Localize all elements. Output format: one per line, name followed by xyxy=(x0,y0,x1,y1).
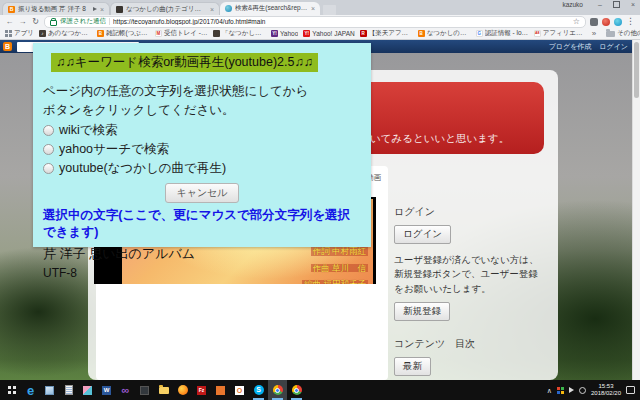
tray-status-icon[interactable] xyxy=(579,387,586,394)
contents-heading: コンテンツ 目次 xyxy=(394,337,546,351)
bookmark-item[interactable]: ♪ あのなつかしの曲♪♪♪ xyxy=(39,29,92,38)
navbar-login-link[interactable]: ログイン xyxy=(599,42,628,52)
audio-speaker-icon xyxy=(93,7,97,11)
scrollbar-thumb[interactable] xyxy=(634,42,639,98)
extension-icon[interactable] xyxy=(614,18,622,26)
maximize-button[interactable] xyxy=(613,1,620,8)
folder-icon xyxy=(606,31,615,37)
secure-lock-icon[interactable] xyxy=(50,20,57,26)
bookmark-rakuten[interactable]: R 【楽天アフィリエイト】- xyxy=(360,29,413,38)
dark-app-icon[interactable] xyxy=(135,380,154,400)
photos-icon[interactable] xyxy=(78,380,97,400)
notepad-icon[interactable] xyxy=(59,380,78,400)
rakuten-favicon: R xyxy=(360,30,367,37)
system-tray: ∧ 15:53 2018/02/20 xyxy=(547,383,638,398)
selected-text[interactable]: 芹 洋子 思い出のアルバム xyxy=(43,245,361,263)
create-blog-link[interactable]: ブログを作成 xyxy=(549,42,592,52)
minimize-button[interactable]: – xyxy=(598,1,602,8)
tab-1[interactable]: B 振り返る動画 芹 洋子 8 × xyxy=(2,2,110,15)
radio-button[interactable] xyxy=(43,144,54,155)
chrome-secondary-icon[interactable] xyxy=(287,380,306,400)
webpage: B ブログを作成 ログイン いてみるといいと思います。 ▶ ◀ ▶▶ ◀◀ オフ… xyxy=(0,40,640,380)
option-youtube[interactable]: youtube(なつかしの曲で再生) xyxy=(43,160,361,177)
window-caption: kazuko – × xyxy=(562,1,635,8)
yahoo-japan-favicon: Y! xyxy=(303,30,310,37)
volume-icon[interactable] xyxy=(569,387,574,393)
keyword-search-popup: ♫♫キーワード検索or動画再生(youtube)2.5♫♫ ページ内の任意の文字… xyxy=(33,43,371,247)
firefox-icon[interactable] xyxy=(173,380,192,400)
tab-strip: B 振り返る動画 芹 洋子 8 × なつかしの曲(カテゴリーリスト) × 検索&… xyxy=(0,0,640,15)
profile-name[interactable]: kazuko xyxy=(562,1,583,8)
bookmarks-bar: アプリ ♪ あのなつかしの曲♪♪♪ B 雑記帳(つぶやき)・ジ M 受信トレイ … xyxy=(0,28,640,40)
refresh-button[interactable]: ↻ xyxy=(31,18,40,26)
option-wiki[interactable]: wikiで検索 xyxy=(43,122,361,139)
edge-icon[interactable]: e xyxy=(21,380,40,400)
yahoo-favicon: Y! xyxy=(271,30,278,37)
3d-builder-icon[interactable] xyxy=(40,380,59,400)
bookmark-item[interactable]: B なつかしの曲ブログク xyxy=(418,29,471,38)
action-center-icon[interactable] xyxy=(626,386,635,394)
bookmarks-overflow-chevron[interactable]: » xyxy=(592,29,596,38)
forward-button[interactable]: → xyxy=(18,18,27,26)
bookmark-localhost[interactable]: G 認証情報 - localhost xyxy=(476,29,529,38)
start-button[interactable] xyxy=(2,380,21,400)
security-label[interactable]: 保護された通信 xyxy=(60,17,106,26)
outlook-icon[interactable]: O xyxy=(230,380,249,400)
tab-title: 検索&再生(search&repl… xyxy=(235,4,308,13)
radio-button[interactable] xyxy=(43,163,54,174)
blogger-favicon: B xyxy=(97,30,104,37)
browser-toolbar: ← → ↻ 保護された通信 https://tecoyanufo.blogspo… xyxy=(0,15,640,28)
bookmark-gmail[interactable]: M 受信トレイ - tecoyanu xyxy=(155,29,208,38)
bookmark-yahoo-japan[interactable]: Y! Yahoo! JAPAN xyxy=(303,30,354,37)
popup-instruction-line1: ページ内の任意の文字列を選択状態にしてから xyxy=(43,82,361,101)
bookmark-yahoo[interactable]: Y! Yahoo xyxy=(271,30,298,37)
selection-note: 選択中の文字(ここで、更にマウスで部分文字列を選択できます) xyxy=(43,207,361,241)
page-scrollbar[interactable] xyxy=(632,40,640,380)
tray-expand-chevron[interactable]: ∧ xyxy=(547,387,552,394)
latest-button[interactable]: 最新 xyxy=(394,357,431,376)
popup-instruction-line2: ボタンをクリックしてください。 xyxy=(43,101,361,120)
bookmark-apps[interactable]: アプリ xyxy=(5,29,34,38)
site-favicon xyxy=(225,5,232,12)
tab-close-icon[interactable]: × xyxy=(210,6,214,13)
tab-title: 振り返る動画 芹 洋子 8 xyxy=(18,5,90,14)
orange-app-icon[interactable] xyxy=(211,380,230,400)
url-text[interactable]: https://tecoyanufo.blogspot.jp/2017/04/u… xyxy=(113,18,570,25)
extension-icon[interactable] xyxy=(602,18,610,26)
new-tab-button[interactable] xyxy=(323,5,336,15)
radio-button[interactable] xyxy=(43,125,54,136)
tab-2[interactable]: なつかしの曲(カテゴリーリスト) × xyxy=(110,2,220,15)
word-icon[interactable]: W xyxy=(97,380,116,400)
option-yahoo-search[interactable]: yahooサーチで検索 xyxy=(43,141,361,158)
extension-icon[interactable] xyxy=(590,18,598,26)
taskbar-clock[interactable]: 15:53 2018/02/20 xyxy=(591,383,621,398)
other-bookmarks[interactable]: その他のブックマーク xyxy=(606,29,640,38)
site-favicon xyxy=(116,6,123,13)
chrome-menu-icon[interactable]: ⋮ xyxy=(626,17,635,26)
close-button[interactable]: × xyxy=(631,1,635,8)
chrome-icon[interactable] xyxy=(268,380,287,400)
register-note: ユーザ登録が済んでいない方は、新規登録ボタンで、ユーザー登録をお願いいたします。 xyxy=(394,253,546,296)
blogger-favicon: B xyxy=(418,30,425,37)
tab-close-icon[interactable]: × xyxy=(311,5,315,12)
bookmark-a8net[interactable]: A8 アフィリエイトのA8.net xyxy=(534,29,587,38)
cancel-button[interactable]: キャンセル xyxy=(165,183,238,203)
tab-title: なつかしの曲(カテゴリーリスト) xyxy=(126,5,207,14)
bookmark-item[interactable]: 「なつかしの曲ブログ)」 xyxy=(213,29,266,38)
back-button[interactable]: ← xyxy=(5,18,14,26)
bookmark-star-icon[interactable]: ☆ xyxy=(573,18,580,26)
tab-close-icon[interactable]: × xyxy=(100,6,104,13)
register-button[interactable]: 新規登録 xyxy=(394,302,450,321)
file-explorer-icon[interactable] xyxy=(154,380,173,400)
tab-3-active[interactable]: 検索&再生(search&repl… × xyxy=(220,2,320,15)
skype-icon[interactable]: S xyxy=(249,380,268,400)
filezilla-icon[interactable]: Fz xyxy=(192,380,211,400)
bookmark-item[interactable]: B 雑記帳(つぶやき)・ジ xyxy=(97,29,150,38)
address-bar[interactable]: 保護された通信 https://tecoyanufo.blogspot.jp/2… xyxy=(44,16,586,28)
login-button[interactable]: ログイン xyxy=(394,225,451,244)
popup-title: ♫♫キーワード検索or動画再生(youtube)2.5♫♫ xyxy=(51,53,318,72)
blogger-logo[interactable]: B xyxy=(3,42,12,51)
tray-app-icon[interactable] xyxy=(557,387,564,394)
infinity-app-icon[interactable]: ∞ xyxy=(116,380,135,400)
blogger-favicon: B xyxy=(8,6,15,13)
